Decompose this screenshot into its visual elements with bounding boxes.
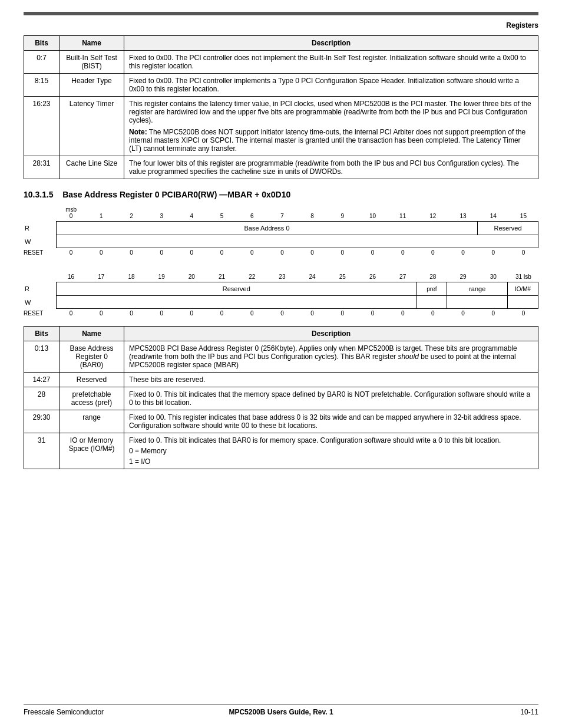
reg-num-top-11: 11 (388, 206, 418, 220)
table1-row-desc-1: Fixed to 0x00. The PCI controller implem… (124, 74, 538, 97)
reg-num-bottom-0: 16 (56, 274, 86, 281)
table2-row-bits-3: 29:30 (24, 410, 59, 433)
col2-header-name: Name (59, 327, 124, 341)
reg-r-row-bottom: R Reserved pref range IO/M# (24, 282, 538, 296)
reg-numbers-top: msb 0123456789101112131415 (24, 206, 538, 220)
footer: Freescale Semiconductor MPC5200B Users G… (24, 704, 538, 716)
reg-num-bottom-14: 30 (478, 274, 508, 281)
reg-num-top-7: 7 (267, 206, 297, 220)
reg-num-bottom-6: 22 (237, 274, 267, 281)
footer-left: Freescale Semiconductor (24, 708, 104, 716)
reg-num-top-9: 9 (328, 206, 358, 220)
reg-num-bottom-8: 24 (297, 274, 328, 281)
col-header-name: Name (59, 36, 124, 51)
reset-top-13: 0 (448, 249, 478, 256)
reg-num-top-12: 12 (418, 206, 448, 220)
reg-w-label-bottom: W (24, 296, 56, 309)
reg-num-bottom-5: 21 (207, 274, 237, 281)
table2-row-desc-3: Fixed to 00. This register indicates tha… (124, 410, 538, 433)
reg-numbers-bottom: 16171819202122232425262728293031 lsb (24, 274, 538, 281)
reset-top-3: 0 (147, 249, 177, 256)
reset-bottom-11: 0 (388, 310, 418, 317)
reset-top-12: 0 (418, 249, 448, 256)
table2-row-name-3: range (59, 410, 124, 433)
reg-num-top-5: 5 (207, 206, 237, 220)
table-1: Bits Name Description 0:7Built-In Self T… (24, 35, 538, 179)
reset-top-5: 0 (207, 249, 237, 256)
table2-row-desc-4: Fixed to 0. This bit indicates that BAR0… (124, 433, 538, 469)
reset-bottom-9: 0 (328, 310, 358, 317)
reg-num-top-8: 8 (297, 206, 328, 220)
table1-row-bits-1: 8:15 (24, 74, 59, 97)
table2-row-bits-0: 0:13 (24, 341, 59, 373)
reg-num-top-10: 10 (358, 206, 388, 220)
reg-diagram-bottom: 16171819202122232425262728293031 lsb R R… (24, 274, 538, 317)
reg-num-bottom-3: 19 (147, 274, 177, 281)
reset-bottom-8: 0 (297, 310, 328, 317)
table-2: Bits Name Description 0:13Base Address R… (24, 326, 538, 469)
table1-row-name-3: Cache Line Size (59, 156, 124, 179)
reset-top-10: 0 (358, 249, 388, 256)
table2-row-desc-2: Fixed to 0. This bit indicates that the … (124, 387, 538, 410)
reg-num-bottom-12: 28 (418, 274, 448, 281)
reset-top-9: 0 (328, 249, 358, 256)
reg-num-top-4: 4 (177, 206, 207, 220)
table2-row-bits-1: 14:27 (24, 373, 59, 387)
reg-w-label-top: W (24, 235, 56, 248)
col-header-bits: Bits (24, 36, 59, 51)
reset-bottom-4: 0 (177, 310, 207, 317)
reg-num-bottom-2: 18 (116, 274, 146, 281)
reg-r-row-top: R Base Address 0 Reserved (24, 221, 538, 235)
table2-row-name-0: Base Address Register 0 (BAR0) (59, 341, 124, 373)
col2-header-desc: Description (124, 327, 538, 341)
reg-num-top-15: 15 (508, 206, 538, 220)
section-heading: 10.3.1.5 Base Address Register 0 PCIBAR0… (24, 190, 538, 199)
reg-num-top-1: 1 (86, 206, 116, 220)
reset-bottom-14: 0 (478, 310, 508, 317)
reg-num-bottom-7: 23 (267, 274, 297, 281)
table1-row-name-2: Latency Timer (59, 97, 124, 156)
reg-num-top-3: 3 (147, 206, 177, 220)
reg-num-bottom-10: 26 (358, 274, 388, 281)
reset-top-15: 0 (508, 249, 538, 256)
footer-right: 10-11 (520, 708, 538, 716)
footer-center: MPC5200B Users Guide, Rev. 1 (229, 708, 333, 716)
reset-bottom-10: 0 (358, 310, 388, 317)
table2-row-name-2: prefetchable access (pref) (59, 387, 124, 410)
reg-r-label-top: R (24, 221, 56, 235)
reset-top-2: 0 (116, 249, 146, 256)
reset-top-6: 0 (237, 249, 267, 256)
reg-num-bottom-15: 31 lsb (508, 274, 538, 281)
table1-row-desc-3: The four lower bits of this register are… (124, 156, 538, 179)
reg-num-bottom-11: 27 (388, 274, 418, 281)
table1-row-bits-2: 16:23 (24, 97, 59, 156)
reset-bottom-13: 0 (448, 310, 478, 317)
reset-bottom-12: 0 (418, 310, 448, 317)
reg-w-row-bottom: W (24, 296, 538, 309)
reset-top-11: 0 (388, 249, 418, 256)
reg-num-top-0: msb 0 (56, 206, 86, 220)
section-number: 10.3.1.5 (24, 190, 54, 199)
table1-row-name-1: Header Type (59, 74, 124, 97)
table1-row-desc-2: This register contains the latency timer… (124, 97, 538, 156)
reg-num-bottom-1: 17 (86, 274, 116, 281)
reset-top-14: 0 (478, 249, 508, 256)
table2-row-name-1: Reserved (59, 373, 124, 387)
top-bar (24, 12, 538, 15)
reg-num-top-13: 13 (448, 206, 478, 220)
reset-row-bottom: RESET 0000000000000000 (24, 310, 538, 317)
reset-bottom-6: 0 (237, 310, 267, 317)
table1-row-bits-3: 28:31 (24, 156, 59, 179)
reset-label-top: RESET (24, 249, 56, 256)
reset-row-top: RESET 0000000000000000 (24, 249, 538, 256)
reset-bottom-2: 0 (116, 310, 146, 317)
reset-label-bottom: RESET (24, 310, 56, 317)
reg-r-label-bottom: R (24, 282, 56, 296)
reg-num-top-2: 2 (116, 206, 146, 220)
table1-row-desc-0: Fixed to 0x00. The PCI controller does n… (124, 51, 538, 74)
reset-top-4: 0 (177, 249, 207, 256)
reset-bottom-5: 0 (207, 310, 237, 317)
reset-top-8: 0 (297, 249, 328, 256)
col-header-desc: Description (124, 36, 538, 51)
reset-top-0: 0 (56, 249, 86, 256)
